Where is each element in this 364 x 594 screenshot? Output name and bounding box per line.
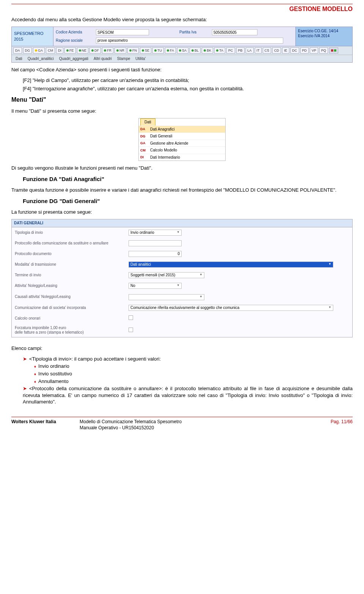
tab-cs[interactable]: CS	[263, 47, 271, 54]
form-header: DATI GENERALI	[12, 219, 352, 227]
menu-bar: DatiQuadri_analiticiQuadri_aggregatiAltr…	[12, 55, 352, 63]
tab-ga[interactable]: GA	[33, 47, 45, 54]
tab-bk[interactable]: BK	[202, 47, 213, 54]
tab-pb[interactable]: PB	[236, 47, 245, 54]
status-dot-icon	[204, 49, 206, 52]
intro-text: Accedendo dal menu alla scelta Gestione …	[11, 16, 353, 23]
protocollo-sost-input[interactable]	[129, 240, 182, 246]
tab-bl[interactable]: BL	[190, 47, 201, 54]
label-ragione-sociale: Ragione sociale	[56, 38, 94, 43]
menu-item-da[interactable]: DADati Anagrafici	[139, 126, 225, 133]
footer-company: Wolters Kluwer Italia	[11, 419, 80, 431]
footer-page-number: Pag. 11/66	[307, 419, 353, 431]
list-item: <Tipologia di invio>: il campo può accet…	[23, 356, 353, 362]
label-codice-azienda: Codice Azienda	[56, 30, 94, 35]
tab-dc[interactable]: DC	[290, 47, 299, 54]
menu-code: CM	[140, 148, 150, 153]
section-title: GESTIONE MODELLO	[11, 4, 353, 13]
tab-more-icon[interactable]	[329, 47, 338, 54]
tab-vp[interactable]: VP	[310, 47, 318, 54]
tab-dg[interactable]: DG	[23, 47, 32, 54]
attivita-select[interactable]: No▼	[129, 283, 182, 289]
chevron-down-icon: ▼	[177, 230, 180, 235]
tab-di[interactable]: DI	[56, 47, 63, 54]
esercizio-iva: Esercizio IVA 2014	[298, 33, 350, 38]
tab-df[interactable]: DF	[89, 47, 101, 54]
tab-cd[interactable]: CD	[272, 47, 281, 54]
tab-la[interactable]: LA	[246, 47, 254, 54]
menu-utilita-[interactable]: Utilita'	[135, 56, 146, 61]
list-item: Invio ordinario	[34, 363, 353, 370]
tab-pd[interactable]: PD	[300, 47, 309, 54]
protocollo-doc-input[interactable]	[129, 251, 182, 257]
menu-dati[interactable]: Dati	[16, 56, 22, 61]
ragione-sociale-input[interactable]	[96, 38, 283, 44]
tab-da[interactable]: DA	[13, 47, 22, 54]
paragraph: La funzione si presenta come segue:	[11, 209, 353, 216]
menu-item-cm[interactable]: CMCalcolo Modello	[139, 147, 225, 154]
menu-label: Dati Anagrafici	[150, 127, 174, 132]
tab-nr[interactable]: NR	[115, 47, 126, 54]
tab-it[interactable]: IT	[255, 47, 262, 54]
menu-label: Calcolo Modello	[150, 148, 177, 153]
status-dot-icon	[129, 49, 132, 52]
menu-stampe[interactable]: Stampe	[117, 56, 130, 61]
status-dot-icon	[116, 49, 119, 52]
tab-pc[interactable]: PC	[226, 47, 235, 54]
menu-label: Dati Generali	[150, 134, 172, 139]
tab-tu[interactable]: TU	[152, 47, 164, 54]
tipologia-select[interactable]: Invio ordinario▼	[129, 230, 182, 236]
modalita-select[interactable]: Dati analitici▼	[129, 262, 333, 268]
status-dot-icon	[179, 49, 181, 52]
page-footer: Wolters Kluwer Italia Modello di Comunic…	[11, 417, 353, 431]
menu-quadri-aggregati[interactable]: Quadri_aggregati	[59, 56, 88, 61]
tab-sa[interactable]: SA	[177, 47, 188, 54]
label-comunicazione: Comunicazione dati di societa' incorpora…	[15, 305, 129, 310]
status-dot-icon	[104, 49, 106, 52]
menu-altri-quadri[interactable]: Altri quadri	[94, 56, 112, 61]
menu-item-dg[interactable]: DGDati Generali	[139, 132, 225, 140]
screenshot-dati-menu: Dati DADati AnagraficiDGDati GeneraliGAG…	[138, 118, 226, 161]
chevron-down-icon: ▼	[328, 306, 331, 310]
status-dot-icon	[216, 49, 218, 52]
tab-fr[interactable]: FR	[102, 47, 113, 54]
tab-cm[interactable]: CM	[46, 47, 55, 54]
tab-bar: DADGGACMDIFENEDFFRNRFNSETUFASABLBKTAPCPB…	[12, 46, 352, 55]
tab-fa[interactable]: FA	[165, 47, 176, 54]
status-dot-icon	[167, 49, 169, 52]
paragraph: Di seguito vengono illustrate le funzion…	[11, 165, 353, 172]
paragraph-indent: [F4] "Interrogazione anagrafiche", utili…	[23, 85, 353, 92]
footer-doc-title: Modello di Comunicazione Telematica Spes…	[80, 419, 307, 431]
tab-pq[interactable]: PQ	[319, 47, 328, 54]
termine-select[interactable]: Soggetti mensili (nel 2015)▼	[129, 272, 204, 278]
label-tipologia: Tipologia di invio	[15, 230, 129, 235]
label-modalita: Modalita' di trasmissione	[15, 262, 129, 267]
tab-ie[interactable]: IE	[282, 47, 289, 54]
status-dot-icon	[142, 49, 144, 52]
paragraph: Nel campo <Codice Azienda> sono presenti…	[11, 66, 353, 73]
partita-iva-input[interactable]	[212, 29, 257, 35]
menu-quadri-analitici[interactable]: Quadri_analitici	[28, 56, 54, 61]
status-dot-icon	[191, 49, 194, 52]
tab-fe[interactable]: FE	[64, 47, 76, 54]
tab-fn[interactable]: FN	[127, 47, 139, 54]
menu-item-ga[interactable]: GAGestione altre Aziende	[139, 140, 225, 147]
tab-ta[interactable]: TA	[214, 47, 225, 54]
screenshot-header-form: SPESOMETRO 2015 Codice Azienda Partita I…	[11, 27, 353, 63]
esercizio-box: Esercizio CO.GE. 14/14 Esercizio IVA 201…	[295, 27, 352, 46]
tab-ne[interactable]: NE	[77, 47, 89, 54]
forzatura-checkbox[interactable]	[129, 328, 133, 332]
calcolo-checkbox[interactable]	[129, 315, 133, 320]
codice-azienda-input[interactable]	[96, 29, 149, 35]
label-causali: Causali attivita' Noleggio/Leasing	[15, 294, 129, 299]
tab-se[interactable]: SE	[140, 47, 151, 54]
menu-item-di[interactable]: DIDati Intermediario	[139, 154, 225, 161]
label-attivita: Attivita' Noleggio/Leasing	[15, 283, 129, 288]
causali-select[interactable]: ▼	[129, 294, 204, 300]
comunicazione-select[interactable]: Comunicazione riferita esclusivamente al…	[129, 305, 333, 311]
status-dot-icon	[66, 49, 69, 52]
paragraph: Tramite questa funzione è possibile inse…	[11, 187, 353, 194]
menu-tab-dati[interactable]: Dati	[140, 118, 155, 126]
label-forzatura: Forzatura imponibile 1,00 euro delle fat…	[15, 326, 129, 335]
paragraph: Il menu "Dati" si presenta come segue:	[11, 108, 353, 115]
